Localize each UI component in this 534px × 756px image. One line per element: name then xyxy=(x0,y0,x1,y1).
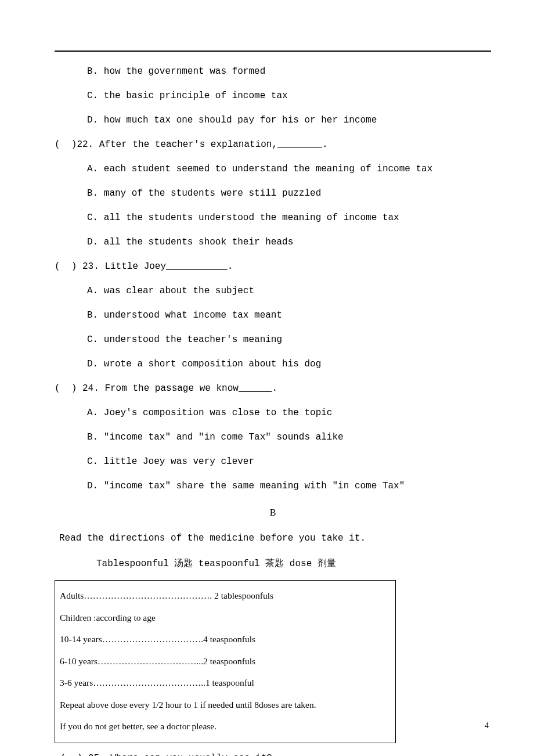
dosage-adults: Adults……………………………………. 2 tablespoonfuls xyxy=(60,591,391,600)
q24-text: ( ) 24. From the passage we know xyxy=(55,383,239,394)
passage-b-vocab: Tablespoonful 汤匙 teaspoonful 茶匙 dose 剂量 xyxy=(96,559,491,568)
q24-option-c: C. little Joey was very clever xyxy=(55,457,491,466)
q23-option-b: B. understood what income tax meant xyxy=(55,311,491,320)
q24-period: . xyxy=(272,383,277,394)
q22-option-d: D. all the students shook their heads xyxy=(55,237,491,247)
section-b-heading: B xyxy=(55,508,491,517)
q23-text: ( ) 23. Little Joey xyxy=(55,261,166,272)
q21-options-continued: B. how the government was formed C. the … xyxy=(55,67,491,125)
q21-option-d: D. how much tax one should pay for his o… xyxy=(55,116,491,125)
dosage-advice: If you do not get better, see a doctor p… xyxy=(60,722,391,731)
q22-text: ( )22. After the teacher's explanation, xyxy=(55,139,277,150)
dosage-children-heading: Children :according to age xyxy=(60,613,391,622)
page-number: 4 xyxy=(485,721,489,730)
q22-period: . xyxy=(322,139,328,150)
dosage-10-14: 10-14 years…………………………….4 teaspoonfuls xyxy=(60,635,391,644)
q23-blank xyxy=(166,261,228,272)
dosage-6-10: 6-10 years……………………………...2 teaspoonfuls xyxy=(60,657,391,666)
header-rule xyxy=(55,51,491,52)
passage-b-intro: Read the directions of the medicine befo… xyxy=(59,534,491,543)
q24-option-a: A. Joey's composition was close to the t… xyxy=(55,408,491,417)
q24-stem: ( ) 24. From the passage we know . xyxy=(55,384,491,393)
q24-blank xyxy=(239,383,272,394)
q22-stem: ( )22. After the teacher's explanation, … xyxy=(55,140,491,149)
q23-option-d: D. wrote a short composition about his d… xyxy=(55,359,491,369)
q22-option-a: A. each student seemed to understand the… xyxy=(55,164,491,174)
q25-stem: ( ) 25. Where can you usually see it? xyxy=(60,754,491,757)
q22-blank xyxy=(277,139,322,150)
q21-option-b: B. how the government was formed xyxy=(55,67,491,76)
q23-stem: ( ) 23. Little Joey . xyxy=(55,262,491,271)
q22-option-b: B. many of the students were still puzzl… xyxy=(55,189,491,198)
q24-option-d: D. "income tax" share the same meaning w… xyxy=(55,481,491,491)
dosage-3-6: 3-6 years………………………………..1 teaspoonful xyxy=(60,678,391,687)
q24-option-b: B. "income tax" and "in come Tax" sounds… xyxy=(55,433,491,442)
q22-option-c: C. all the students understood the meani… xyxy=(55,213,491,222)
q23-option-c: C. understood the teacher's meaning xyxy=(55,335,491,344)
document-body: B. how the government was formed C. the … xyxy=(55,67,491,756)
q23-option-a: A. was clear about the subject xyxy=(55,286,491,296)
dosage-repeat: Repeat above dose every 1/2 hour to 1 if… xyxy=(60,700,391,710)
dosage-box: Adults……………………………………. 2 tablespoonfuls C… xyxy=(55,580,396,743)
q21-option-c: C. the basic principle of income tax xyxy=(55,91,491,100)
q23-period: . xyxy=(228,261,233,272)
